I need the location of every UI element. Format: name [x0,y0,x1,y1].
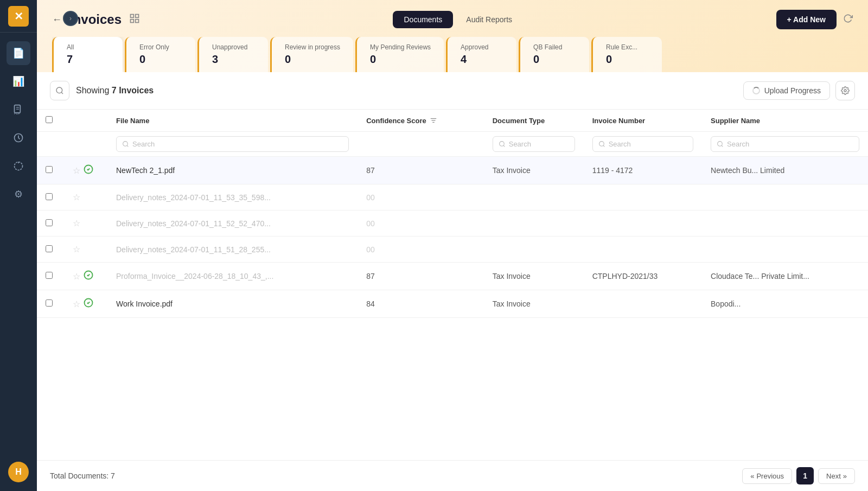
invoices-table: File Name Confidence Score Document Type… [37,110,868,318]
th-file-name[interactable]: File Name [107,110,358,132]
row-checkbox[interactable] [46,245,53,252]
search-button[interactable] [50,81,69,100]
svg-rect-10 [136,19,139,22]
row-checkbox[interactable] [46,219,53,226]
showing-invoices-label: Showing 7 Invoices [76,86,154,95]
table-row[interactable]: ☆ Work Invoice.pdf 84 Tax Invoice Bopodi… [37,290,868,318]
confidence-score-cell: 00 [358,237,484,263]
approved-icon [84,164,93,176]
file-name-cell: Delivery_notes_2024-07-01_11_52_52_470..… [107,211,358,237]
th-invoice-number[interactable]: Invoice Number [584,110,702,132]
invoice-number-cell [584,290,702,318]
star-icon[interactable]: ☆ [73,192,80,202]
back-button[interactable]: ← [52,14,62,25]
table-row[interactable]: ☆ Delivery_notes_2024-07-01_11_52_52_470… [37,211,868,237]
sidebar-item-loader[interactable] [7,154,30,178]
column-settings-button[interactable] [835,81,855,100]
confidence-score-cell: 00 [358,211,484,237]
file-name-cell: Proforma_Invoice__2024-06-28_18_10_43_,.… [107,263,358,290]
sidebar-item-documents[interactable]: 📄 [7,41,30,65]
svg-point-13 [844,90,846,92]
star-icon[interactable]: ☆ [73,218,80,228]
toolbar-right: Upload Progress [743,81,855,100]
next-button[interactable]: Next » [818,468,855,484]
invoice-number-cell [584,237,702,263]
th-supplier-name[interactable]: Supplier Name [702,110,868,132]
document-type-cell: Tax Invoice [484,263,584,290]
svg-point-21 [599,142,604,146]
table-row[interactable]: ☆ Delivery_notes_2024-07-01_11_53_35_598… [37,184,868,211]
filter-tab-review-in-progress[interactable]: Review in progress 0 [270,37,353,72]
previous-button[interactable]: « Previous [742,468,792,484]
document-type-cell: Tax Invoice [484,290,584,318]
header-top: ← Invoices Documents Audit Reports + Add… [52,0,853,37]
supplier-search-cell[interactable]: Search [702,132,868,157]
th-select-all[interactable] [37,110,64,132]
svg-rect-9 [131,19,134,22]
sidebar-bottom: H [8,462,29,491]
supplier-name-cell: Cloudace Te... Private Limit... [702,263,868,290]
current-page[interactable]: 1 [796,467,814,484]
svg-text:PDF: PDF [14,112,21,115]
svg-line-22 [603,145,604,146]
svg-line-24 [722,145,723,146]
star-icon[interactable]: ☆ [73,244,80,254]
supplier-name-cell: Bopodi... [702,290,868,318]
svg-line-18 [127,145,128,146]
th-confidence-score[interactable]: Confidence Score [358,110,484,132]
add-new-button[interactable]: + Add New [776,10,837,29]
filter-tab-unapproved[interactable]: Unapproved 3 [197,37,268,72]
filter-tab-qb-failed[interactable]: QB Failed 0 [519,37,589,72]
grid-icon[interactable] [129,13,140,27]
filter-tab-all[interactable]: All 7 [52,37,123,72]
row-checkbox[interactable] [46,166,53,173]
sidebar-item-settings[interactable]: ⚙ [7,182,30,206]
sidebar-item-pdf[interactable]: PDF [7,98,30,122]
select-all-checkbox[interactable] [46,116,53,123]
upload-progress-label: Upload Progress [764,86,821,95]
file-name-search-cell[interactable]: Search [107,132,358,157]
document-type-cell [484,237,584,263]
content-area: Showing 7 Invoices Upload Progress [37,72,868,491]
sidebar-item-chart[interactable]: 📊 [7,69,30,93]
header-tabs: Documents Audit Reports [393,11,523,28]
th-document-type[interactable]: Document Type [484,110,584,132]
row-checkbox[interactable] [46,272,53,279]
upload-progress-button[interactable]: Upload Progress [743,81,830,100]
confidence-score-cell: 87 [358,157,484,184]
th-actions [64,110,107,132]
filter-tab-my-pending[interactable]: My Pending Reviews 0 [355,37,444,72]
row-checkbox[interactable] [46,193,53,200]
table-row[interactable]: ☆ Proforma_Invoice__2024-06-28_18_10_43_… [37,263,868,290]
tab-audit-reports[interactable]: Audit Reports [455,11,523,28]
doc-type-search-cell[interactable]: Search [484,132,584,157]
invoice-num-search-cell[interactable]: Search [584,132,702,157]
filter-tab-rule-exc[interactable]: Rule Exc... 0 [591,37,662,72]
file-name-cell: Delivery_notes_2024-07-01_11_53_35_598..… [107,184,358,211]
filter-tab-approved[interactable]: Approved 4 [446,37,516,72]
table-row[interactable]: → ☆ NewTech 2_1.pdf [37,157,868,184]
table-row[interactable]: ☆ Delivery_notes_2024-07-01_11_51_28_255… [37,237,868,263]
tab-documents[interactable]: Documents [393,11,453,28]
sidebar-nav: 📄 📊 PDF ⚙ [7,33,30,462]
row-checkbox[interactable] [46,299,53,307]
star-icon[interactable]: ☆ [73,271,80,282]
table-header-row: File Name Confidence Score Document Type… [37,110,868,132]
avatar[interactable]: H [8,462,29,482]
filter-tabs: All 7 Error Only 0 Unapproved 3 Review i… [52,37,853,72]
confidence-score-cell: 87 [358,263,484,290]
refresh-button[interactable] [843,14,853,26]
sidebar-toggle[interactable]: › [63,11,78,26]
document-type-cell [484,211,584,237]
spinner-icon [752,87,760,94]
sidebar-logo: ✕ [0,0,37,33]
star-icon[interactable]: ☆ [73,165,80,176]
invoice-number-cell [584,184,702,211]
star-icon[interactable]: ☆ [73,299,80,309]
file-name-cell: Work Invoice.pdf [107,290,358,318]
file-name-cell: NewTech 2_1.pdf [107,157,358,184]
confidence-score-cell: 00 [358,184,484,211]
sidebar-item-history[interactable] [7,126,30,150]
filter-tab-error-only[interactable]: Error Only 0 [125,37,195,72]
document-type-cell [484,184,584,211]
